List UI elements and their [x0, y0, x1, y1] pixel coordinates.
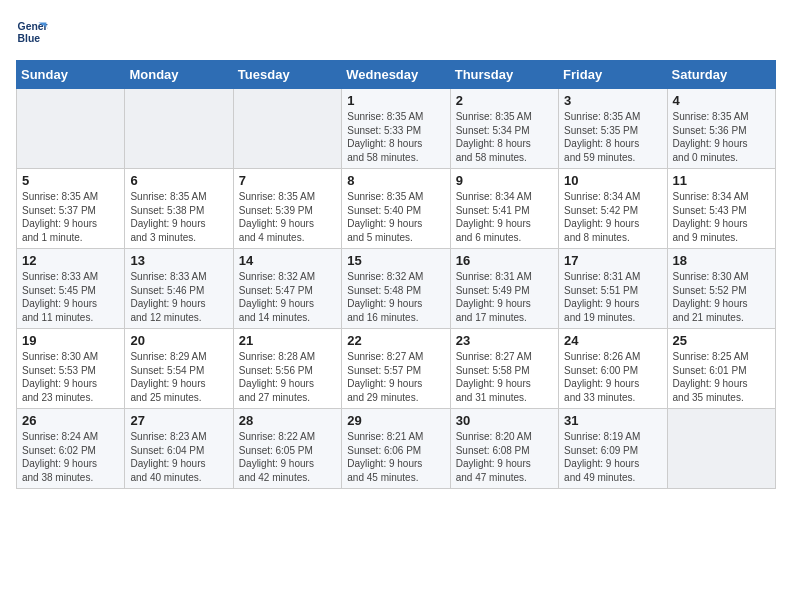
day-info: Sunrise: 8:29 AM Sunset: 5:54 PM Dayligh…	[130, 350, 227, 404]
week-row-1: 1Sunrise: 8:35 AM Sunset: 5:33 PM Daylig…	[17, 89, 776, 169]
day-cell: 4Sunrise: 8:35 AM Sunset: 5:36 PM Daylig…	[667, 89, 775, 169]
day-number: 3	[564, 93, 661, 108]
day-cell: 27Sunrise: 8:23 AM Sunset: 6:04 PM Dayli…	[125, 409, 233, 489]
day-number: 29	[347, 413, 444, 428]
day-cell	[125, 89, 233, 169]
day-number: 15	[347, 253, 444, 268]
day-header-thursday: Thursday	[450, 61, 558, 89]
day-info: Sunrise: 8:35 AM Sunset: 5:40 PM Dayligh…	[347, 190, 444, 244]
day-info: Sunrise: 8:35 AM Sunset: 5:35 PM Dayligh…	[564, 110, 661, 164]
day-info: Sunrise: 8:26 AM Sunset: 6:00 PM Dayligh…	[564, 350, 661, 404]
day-number: 6	[130, 173, 227, 188]
day-cell: 28Sunrise: 8:22 AM Sunset: 6:05 PM Dayli…	[233, 409, 341, 489]
day-cell: 5Sunrise: 8:35 AM Sunset: 5:37 PM Daylig…	[17, 169, 125, 249]
day-cell: 15Sunrise: 8:32 AM Sunset: 5:48 PM Dayli…	[342, 249, 450, 329]
day-number: 23	[456, 333, 553, 348]
day-info: Sunrise: 8:27 AM Sunset: 5:57 PM Dayligh…	[347, 350, 444, 404]
days-header-row: SundayMondayTuesdayWednesdayThursdayFrid…	[17, 61, 776, 89]
week-row-2: 5Sunrise: 8:35 AM Sunset: 5:37 PM Daylig…	[17, 169, 776, 249]
day-info: Sunrise: 8:27 AM Sunset: 5:58 PM Dayligh…	[456, 350, 553, 404]
day-number: 30	[456, 413, 553, 428]
day-number: 9	[456, 173, 553, 188]
day-info: Sunrise: 8:32 AM Sunset: 5:47 PM Dayligh…	[239, 270, 336, 324]
day-number: 22	[347, 333, 444, 348]
day-header-monday: Monday	[125, 61, 233, 89]
day-cell: 18Sunrise: 8:30 AM Sunset: 5:52 PM Dayli…	[667, 249, 775, 329]
day-info: Sunrise: 8:19 AM Sunset: 6:09 PM Dayligh…	[564, 430, 661, 484]
day-cell: 8Sunrise: 8:35 AM Sunset: 5:40 PM Daylig…	[342, 169, 450, 249]
day-cell: 6Sunrise: 8:35 AM Sunset: 5:38 PM Daylig…	[125, 169, 233, 249]
day-header-saturday: Saturday	[667, 61, 775, 89]
day-info: Sunrise: 8:22 AM Sunset: 6:05 PM Dayligh…	[239, 430, 336, 484]
day-info: Sunrise: 8:35 AM Sunset: 5:33 PM Dayligh…	[347, 110, 444, 164]
day-info: Sunrise: 8:33 AM Sunset: 5:45 PM Dayligh…	[22, 270, 119, 324]
day-number: 2	[456, 93, 553, 108]
day-cell: 19Sunrise: 8:30 AM Sunset: 5:53 PM Dayli…	[17, 329, 125, 409]
day-cell: 11Sunrise: 8:34 AM Sunset: 5:43 PM Dayli…	[667, 169, 775, 249]
week-row-3: 12Sunrise: 8:33 AM Sunset: 5:45 PM Dayli…	[17, 249, 776, 329]
day-cell: 22Sunrise: 8:27 AM Sunset: 5:57 PM Dayli…	[342, 329, 450, 409]
day-cell: 30Sunrise: 8:20 AM Sunset: 6:08 PM Dayli…	[450, 409, 558, 489]
day-cell: 13Sunrise: 8:33 AM Sunset: 5:46 PM Dayli…	[125, 249, 233, 329]
day-info: Sunrise: 8:32 AM Sunset: 5:48 PM Dayligh…	[347, 270, 444, 324]
day-number: 10	[564, 173, 661, 188]
day-cell: 29Sunrise: 8:21 AM Sunset: 6:06 PM Dayli…	[342, 409, 450, 489]
svg-text:Blue: Blue	[18, 33, 41, 44]
day-info: Sunrise: 8:34 AM Sunset: 5:43 PM Dayligh…	[673, 190, 770, 244]
day-info: Sunrise: 8:30 AM Sunset: 5:53 PM Dayligh…	[22, 350, 119, 404]
day-number: 8	[347, 173, 444, 188]
day-info: Sunrise: 8:28 AM Sunset: 5:56 PM Dayligh…	[239, 350, 336, 404]
day-cell	[233, 89, 341, 169]
day-cell: 10Sunrise: 8:34 AM Sunset: 5:42 PM Dayli…	[559, 169, 667, 249]
day-cell: 14Sunrise: 8:32 AM Sunset: 5:47 PM Dayli…	[233, 249, 341, 329]
day-info: Sunrise: 8:23 AM Sunset: 6:04 PM Dayligh…	[130, 430, 227, 484]
day-info: Sunrise: 8:21 AM Sunset: 6:06 PM Dayligh…	[347, 430, 444, 484]
header: General Blue	[16, 16, 776, 48]
logo-icon: General Blue	[16, 16, 48, 48]
day-cell	[667, 409, 775, 489]
day-number: 4	[673, 93, 770, 108]
day-number: 13	[130, 253, 227, 268]
day-number: 27	[130, 413, 227, 428]
week-row-5: 26Sunrise: 8:24 AM Sunset: 6:02 PM Dayli…	[17, 409, 776, 489]
day-cell: 16Sunrise: 8:31 AM Sunset: 5:49 PM Dayli…	[450, 249, 558, 329]
day-number: 28	[239, 413, 336, 428]
day-number: 17	[564, 253, 661, 268]
day-info: Sunrise: 8:30 AM Sunset: 5:52 PM Dayligh…	[673, 270, 770, 324]
day-info: Sunrise: 8:34 AM Sunset: 5:41 PM Dayligh…	[456, 190, 553, 244]
day-cell	[17, 89, 125, 169]
day-cell: 12Sunrise: 8:33 AM Sunset: 5:45 PM Dayli…	[17, 249, 125, 329]
day-info: Sunrise: 8:31 AM Sunset: 5:51 PM Dayligh…	[564, 270, 661, 324]
day-cell: 24Sunrise: 8:26 AM Sunset: 6:00 PM Dayli…	[559, 329, 667, 409]
day-cell: 2Sunrise: 8:35 AM Sunset: 5:34 PM Daylig…	[450, 89, 558, 169]
day-cell: 7Sunrise: 8:35 AM Sunset: 5:39 PM Daylig…	[233, 169, 341, 249]
day-cell: 20Sunrise: 8:29 AM Sunset: 5:54 PM Dayli…	[125, 329, 233, 409]
day-info: Sunrise: 8:35 AM Sunset: 5:36 PM Dayligh…	[673, 110, 770, 164]
day-cell: 21Sunrise: 8:28 AM Sunset: 5:56 PM Dayli…	[233, 329, 341, 409]
day-number: 20	[130, 333, 227, 348]
day-number: 21	[239, 333, 336, 348]
day-info: Sunrise: 8:20 AM Sunset: 6:08 PM Dayligh…	[456, 430, 553, 484]
day-cell: 9Sunrise: 8:34 AM Sunset: 5:41 PM Daylig…	[450, 169, 558, 249]
day-header-wednesday: Wednesday	[342, 61, 450, 89]
day-cell: 25Sunrise: 8:25 AM Sunset: 6:01 PM Dayli…	[667, 329, 775, 409]
day-info: Sunrise: 8:24 AM Sunset: 6:02 PM Dayligh…	[22, 430, 119, 484]
day-info: Sunrise: 8:35 AM Sunset: 5:37 PM Dayligh…	[22, 190, 119, 244]
day-number: 18	[673, 253, 770, 268]
day-header-friday: Friday	[559, 61, 667, 89]
day-number: 1	[347, 93, 444, 108]
day-number: 26	[22, 413, 119, 428]
day-number: 5	[22, 173, 119, 188]
day-info: Sunrise: 8:33 AM Sunset: 5:46 PM Dayligh…	[130, 270, 227, 324]
day-number: 31	[564, 413, 661, 428]
week-row-4: 19Sunrise: 8:30 AM Sunset: 5:53 PM Dayli…	[17, 329, 776, 409]
day-header-sunday: Sunday	[17, 61, 125, 89]
calendar-table: SundayMondayTuesdayWednesdayThursdayFrid…	[16, 60, 776, 489]
day-number: 12	[22, 253, 119, 268]
day-cell: 17Sunrise: 8:31 AM Sunset: 5:51 PM Dayli…	[559, 249, 667, 329]
day-number: 16	[456, 253, 553, 268]
day-cell: 31Sunrise: 8:19 AM Sunset: 6:09 PM Dayli…	[559, 409, 667, 489]
day-cell: 23Sunrise: 8:27 AM Sunset: 5:58 PM Dayli…	[450, 329, 558, 409]
day-info: Sunrise: 8:35 AM Sunset: 5:38 PM Dayligh…	[130, 190, 227, 244]
day-number: 11	[673, 173, 770, 188]
